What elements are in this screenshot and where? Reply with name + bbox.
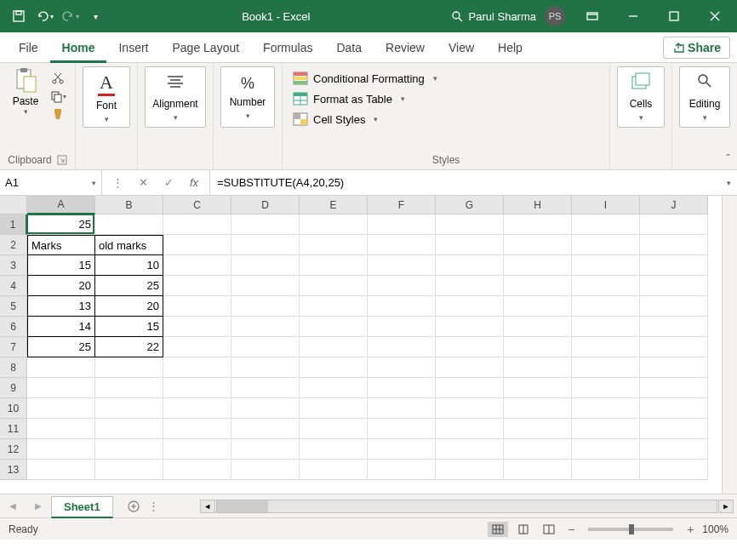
cell[interactable] [163,378,231,398]
column-header[interactable]: E [300,196,368,214]
menu-tab-page-layout[interactable]: Page Layout [160,32,251,63]
menu-tab-data[interactable]: Data [324,32,374,63]
cell[interactable] [231,214,300,235]
sheet-tab-active[interactable]: Sheet1 [51,496,113,518]
cell[interactable] [368,235,436,255]
cell[interactable] [436,235,504,255]
formula-input[interactable] [210,170,720,195]
cell[interactable] [640,235,708,255]
cell[interactable] [640,460,708,480]
cell[interactable] [572,419,640,439]
cell[interactable] [436,460,504,480]
cell[interactable] [436,276,504,296]
row-header[interactable]: 7 [0,337,27,357]
cell[interactable] [640,419,708,439]
menu-tab-insert[interactable]: Insert [106,32,160,63]
cell[interactable] [504,317,572,337]
cell[interactable] [640,378,708,398]
cell[interactable] [27,357,95,378]
cell[interactable] [163,460,231,480]
cell[interactable] [163,276,231,296]
sheet-nav-next-icon[interactable]: ► [26,500,51,512]
cell-styles-button[interactable]: Cell Styles▾ [289,111,441,128]
alignment-dropdown[interactable]: Alignment ▾ [145,66,206,128]
cell[interactable] [163,296,231,317]
cell[interactable] [27,439,95,460]
user-avatar[interactable]: PS [545,6,565,26]
share-button[interactable]: Share [663,37,730,59]
cell[interactable] [300,296,368,317]
sheet-nav-prev-icon[interactable]: ◄ [0,500,26,512]
cell[interactable] [368,419,436,439]
cell[interactable] [300,398,368,419]
row-header[interactable]: 11 [0,419,27,439]
row-header[interactable]: 9 [0,378,27,398]
cell[interactable] [640,317,708,337]
row-header[interactable]: 4 [0,276,27,296]
qat-customize-icon[interactable]: ▾ [83,4,107,28]
cell[interactable] [163,235,231,255]
column-header[interactable]: D [231,196,300,214]
cell[interactable] [436,439,504,460]
cell[interactable] [572,357,640,378]
cells-dropdown[interactable]: Cells ▾ [617,66,665,128]
menu-tab-help[interactable]: Help [486,32,534,63]
row-header[interactable]: 8 [0,357,27,378]
cell[interactable] [368,255,436,276]
select-all-corner[interactable] [0,196,27,214]
collapse-ribbon-icon[interactable]: ˆ [726,152,730,166]
more-icon[interactable]: ⋮ [106,171,129,195]
conditional-formatting-button[interactable]: Conditional Formatting▾ [289,70,441,87]
cell[interactable] [27,460,95,480]
menu-tab-view[interactable]: View [437,32,486,63]
cell[interactable] [572,460,640,480]
cell[interactable] [572,317,640,337]
cell[interactable] [300,317,368,337]
cell[interactable] [504,419,572,439]
cell[interactable] [572,276,640,296]
column-header[interactable]: A [27,196,95,214]
cell[interactable] [368,439,436,460]
cell[interactable] [163,357,231,378]
menu-tab-formulas[interactable]: Formulas [251,32,324,63]
hscroll-left-icon[interactable]: ◄ [200,500,215,513]
cell[interactable] [231,419,300,439]
cell[interactable] [231,460,300,480]
number-dropdown[interactable]: % Number ▾ [220,66,275,128]
cell[interactable] [504,357,572,378]
name-box-input[interactable] [5,176,82,189]
cell[interactable]: 10 [95,255,163,276]
format-as-table-button[interactable]: Format as Table▾ [289,90,441,107]
cell[interactable] [231,255,300,276]
cell[interactable] [231,357,300,378]
save-icon[interactable] [7,4,31,28]
expand-formula-bar-icon[interactable]: ▾ [720,170,737,195]
cell[interactable] [436,378,504,398]
cell[interactable] [436,357,504,378]
cell[interactable] [368,357,436,378]
cell[interactable] [572,214,640,235]
cell[interactable] [368,214,436,235]
cell[interactable] [368,378,436,398]
cell[interactable]: 15 [27,255,95,276]
cell[interactable] [163,317,231,337]
cell[interactable] [95,357,163,378]
cell[interactable] [504,255,572,276]
cell[interactable] [368,337,436,357]
cell[interactable] [300,235,368,255]
cell[interactable] [436,255,504,276]
cell[interactable] [95,439,163,460]
cell[interactable]: 14 [27,317,95,337]
cell[interactable] [231,337,300,357]
cell[interactable] [572,398,640,419]
row-header[interactable]: 2 [0,235,27,255]
cell[interactable] [95,398,163,419]
cell[interactable] [300,214,368,235]
cut-icon[interactable] [48,70,68,87]
cell[interactable] [300,337,368,357]
cell[interactable] [504,214,572,235]
cell[interactable] [163,439,231,460]
cell[interactable]: 20 [95,296,163,317]
column-header[interactable]: B [95,196,163,214]
row-header[interactable]: 1 [0,214,27,235]
